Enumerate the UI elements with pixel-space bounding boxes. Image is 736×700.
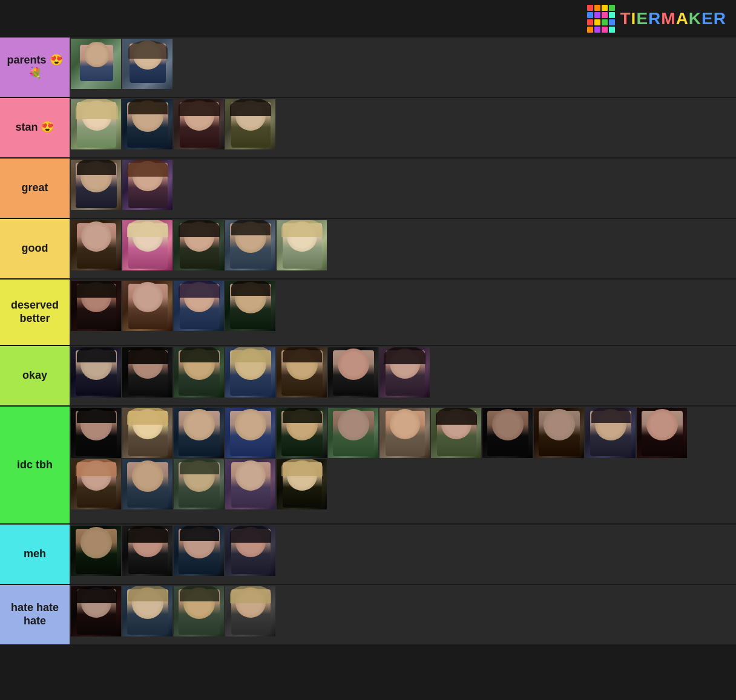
- char-bonnie: [71, 281, 121, 331]
- tier-row-stan: stan 😍: [0, 98, 736, 159]
- tier-row-meh: meh: [0, 525, 736, 585]
- tier-images-okay: [70, 346, 736, 405]
- char-landon: [174, 459, 224, 509]
- char-stefan-2: [174, 347, 224, 397]
- char-rebekah: [71, 99, 121, 149]
- tier-row-hate: hate hate hate: [0, 585, 736, 646]
- tier-images-deserved: [70, 280, 736, 345]
- char-damon: [71, 160, 121, 210]
- char-stefan-1: [71, 39, 121, 89]
- tier-label-okay: okay: [0, 346, 70, 405]
- tier-row-good: good: [0, 219, 736, 280]
- tier-images-idc: [70, 407, 736, 523]
- char-niklaus: [174, 586, 224, 636]
- tier-images-great: [70, 159, 736, 218]
- tier-label-hate: hate hate hate: [0, 585, 70, 644]
- tier-row-great: great: [0, 159, 736, 219]
- char-rafael: [637, 408, 687, 458]
- char-enzo: [225, 281, 275, 331]
- char-alaric-villain: [122, 586, 172, 636]
- char-mary-louise: [122, 408, 172, 458]
- char-damon-meh: [174, 526, 224, 576]
- tiermaker-logo: TiERMAKER: [587, 5, 726, 33]
- char-katherine: [174, 99, 224, 149]
- char-alaric-2: [328, 347, 378, 397]
- char-lucas: [328, 408, 378, 458]
- tier-row-idc: idc tbh: [0, 407, 736, 525]
- tier-images-good: [70, 219, 736, 278]
- char-freya: [380, 347, 430, 397]
- char-silas: [174, 408, 224, 458]
- char-lily: [122, 281, 172, 331]
- char-anna: [225, 99, 275, 149]
- tier-images-stan: [70, 98, 736, 157]
- tier-images-meh: [70, 525, 736, 584]
- logo-grid-icon: [587, 5, 615, 33]
- char-lexi: [71, 220, 121, 270]
- tier-label-good: good: [0, 219, 70, 278]
- tier-label-stan: stan 😍: [0, 98, 70, 157]
- tier-label-idc: idc tbh: [0, 407, 70, 523]
- char-mary-idc: [431, 408, 481, 458]
- char-enzo-suit: [225, 408, 275, 458]
- char-josie: [225, 459, 275, 509]
- char-vincent: [482, 408, 533, 458]
- char-hope: [71, 459, 121, 509]
- char-elena-1: [122, 39, 172, 89]
- char-anna-hate: [71, 586, 121, 636]
- char-nora: [174, 281, 224, 331]
- char-caroline: [122, 220, 172, 270]
- char-lizzie: [277, 459, 327, 509]
- char-kai: [71, 347, 121, 397]
- tier-images-hate: [70, 585, 736, 644]
- char-aurora: [277, 220, 327, 270]
- header: TiERMAKER: [0, 0, 736, 38]
- char-kol: [277, 408, 327, 458]
- char-jermaine: [71, 526, 121, 576]
- page-wrapper: TiERMAKER parents 😍💐: [0, 0, 736, 646]
- char-sybil: [380, 408, 430, 458]
- char-jade: [122, 347, 172, 397]
- char-tyler: [71, 408, 121, 458]
- char-hayley: [122, 160, 172, 210]
- char-penelope: [585, 408, 636, 458]
- tier-images-parents: [70, 38, 736, 97]
- char-jeremy: [122, 99, 172, 149]
- tier-row-parents: parents 😍💐: [0, 38, 736, 98]
- tier-label-great: great: [0, 159, 70, 218]
- tier-row-deserved: deserved better: [0, 280, 736, 346]
- char-elena-2: [174, 220, 224, 270]
- tier-label-parents: parents 😍💐: [0, 38, 70, 97]
- tier-row-okay: okay: [0, 346, 736, 407]
- char-elijah: [122, 459, 172, 509]
- logo-text: TiERMAKER: [620, 9, 726, 28]
- char-seline: [225, 526, 275, 576]
- char-valerie: [225, 586, 275, 636]
- tier-label-meh: meh: [0, 525, 70, 584]
- char-elena-meh: [122, 526, 172, 576]
- char-josh: [534, 408, 584, 458]
- tier-label-deserved: deserved better: [0, 280, 70, 345]
- tier-list: parents 😍💐: [0, 38, 736, 646]
- char-alaric: [225, 220, 275, 270]
- char-sebastian: [277, 347, 327, 397]
- char-matt: [225, 347, 275, 397]
